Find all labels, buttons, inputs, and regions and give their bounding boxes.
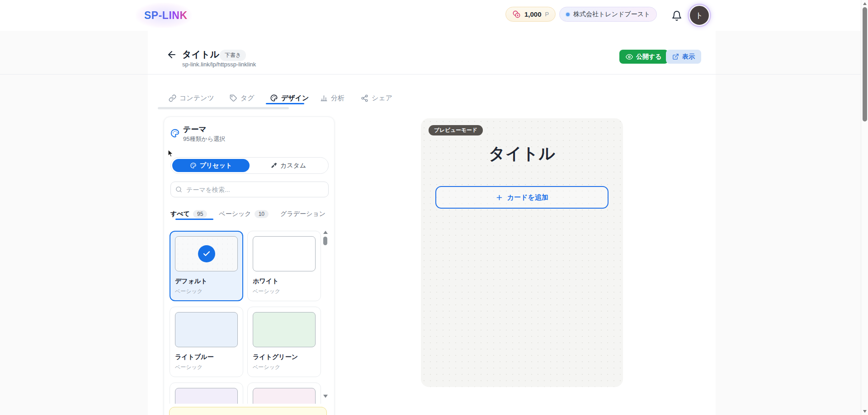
notifications-bell-icon[interactable]: [671, 10, 682, 21]
tab-design[interactable]: デザイン: [270, 92, 309, 104]
theme-swatch: [253, 236, 316, 271]
theme-name: デフォルト: [175, 277, 238, 285]
theme-mode-segmented-control: プリセット カスタム: [170, 157, 329, 174]
points-badge[interactable]: 1,000 P: [505, 7, 556, 22]
page-scrollbar[interactable]: [861, 0, 868, 415]
filter-all-count: 95: [193, 210, 207, 218]
palette-icon: [270, 94, 278, 102]
top-header: SP-LINK 1,000 P 株式会社トレンドブースト ト: [0, 0, 868, 31]
selected-check-icon: [198, 245, 215, 262]
segment-preset-label: プリセット: [200, 162, 232, 170]
bar-chart-icon: [320, 94, 328, 102]
theme-name: ライトブルー: [175, 353, 238, 361]
scrollbar-down-arrow[interactable]: [863, 410, 867, 413]
filter-all-label: すべて: [170, 210, 190, 218]
theme-category: ベーシック: [253, 288, 316, 295]
theme-search-input[interactable]: [170, 182, 329, 197]
external-link-icon: [672, 53, 679, 60]
theme-swatch: [175, 312, 238, 347]
view-button[interactable]: 表示: [666, 50, 701, 64]
scrollbar-thumb[interactable]: [863, 7, 867, 121]
preview-page-title: タイトル: [421, 143, 623, 165]
company-status-dot: [566, 13, 570, 16]
theme-grid-scroll-down-arrow[interactable]: [323, 395, 328, 399]
preview-panel: プレビューモード タイトル カードを追加: [421, 118, 623, 387]
theme-card-white[interactable]: ホワイト ベーシック: [247, 231, 321, 301]
theme-category: ベーシック: [175, 364, 238, 371]
theme-card[interactable]: [247, 382, 321, 404]
filter-all[interactable]: すべて 95: [170, 210, 207, 218]
tabs-horizontal-scrollbar[interactable]: [158, 107, 289, 109]
theme-grid-scroll-up-arrow[interactable]: [323, 231, 328, 235]
theme-search: [170, 182, 329, 197]
theme-category: ベーシック: [175, 288, 238, 295]
theme-swatch: [253, 312, 316, 347]
notice-box: [169, 407, 327, 415]
page-title: タイトル: [182, 48, 219, 61]
filter-basic-label: ベーシック: [219, 210, 251, 218]
title-section-divider: [0, 74, 861, 75]
app-logo[interactable]: SP-LINK: [144, 9, 188, 22]
theme-swatch: [175, 388, 238, 404]
app-window: SP-LINK 1,000 P 株式会社トレンドブースト ト: [0, 0, 868, 415]
back-arrow-icon[interactable]: [166, 49, 177, 60]
publish-button-label: 公開する: [636, 53, 662, 61]
theme-panel-subtitle: 95種類から選択: [183, 135, 225, 143]
palette-icon: [190, 162, 197, 169]
tab-contents-label: コンテンツ: [179, 94, 214, 103]
tab-analytics-label: 分析: [331, 94, 344, 103]
filter-basic[interactable]: ベーシック 10: [219, 210, 269, 218]
theme-swatch: [175, 236, 238, 271]
filter-gradient[interactable]: グラデーション: [280, 210, 326, 218]
company-name: 株式会社トレンドブースト: [573, 10, 650, 19]
draft-status-badge: 下書き: [220, 50, 246, 61]
preview-mode-badge: プレビューモード: [429, 125, 483, 135]
coins-icon: [512, 10, 521, 19]
tab-tags[interactable]: タグ: [230, 92, 255, 104]
tab-design-label: デザイン: [281, 94, 309, 103]
tab-tags-label: タグ: [241, 94, 255, 103]
theme-card-lightgreen[interactable]: ライトグリーン ベーシック: [247, 307, 321, 377]
active-filter-underline: [175, 219, 213, 220]
theme-grid: デフォルト ベーシック ホワイト ベーシック ライトブルー ベーシック ライトグ…: [170, 230, 322, 404]
theme-name: ホワイト: [253, 277, 316, 285]
theme-card-lightblue[interactable]: ライトブルー ベーシック: [170, 307, 243, 377]
publish-button[interactable]: 公開する: [619, 50, 668, 64]
tab-analytics[interactable]: 分析: [320, 92, 344, 104]
add-card-button[interactable]: カードを追加: [435, 186, 609, 209]
theme-name: ライトグリーン: [253, 353, 316, 361]
theme-panel: テーマ 95種類から選択 プリセット カス: [164, 117, 335, 415]
theme-card[interactable]: [170, 382, 243, 404]
active-tab-underline: [266, 103, 304, 104]
share-icon: [361, 94, 368, 102]
company-badge[interactable]: 株式会社トレンドブースト: [559, 7, 657, 22]
view-button-label: 表示: [682, 53, 695, 61]
link-icon: [169, 94, 176, 102]
tag-icon: [230, 94, 237, 102]
avatar-initial: ト: [695, 10, 703, 21]
segment-preset[interactable]: プリセット: [172, 159, 250, 172]
eyedropper-icon: [270, 162, 277, 169]
page-url: sp-link.link/lp/httpssp-linklink: [182, 61, 256, 68]
add-card-button-label: カードを追加: [507, 193, 548, 202]
points-value: 1,000: [524, 10, 542, 18]
plus-icon: [495, 194, 503, 201]
tab-share[interactable]: シェア: [361, 92, 392, 104]
palette-icon: [170, 128, 180, 138]
theme-grid-scrollbar-thumb[interactable]: [323, 237, 327, 245]
theme-card-default[interactable]: デフォルト ベーシック: [170, 231, 243, 301]
tab-contents[interactable]: コンテンツ: [169, 92, 214, 104]
eye-icon: [626, 53, 633, 61]
theme-panel-title: テーマ: [183, 124, 207, 135]
scrollbar-up-arrow[interactable]: [863, 2, 867, 5]
filter-basic-count: 10: [255, 210, 269, 218]
segment-custom-label: カスタム: [280, 162, 306, 170]
user-avatar[interactable]: ト: [689, 5, 710, 26]
filter-gradient-label: グラデーション: [280, 210, 326, 218]
points-unit: P: [545, 11, 549, 18]
theme-swatch: [253, 388, 316, 404]
theme-category: ベーシック: [253, 364, 316, 371]
search-icon: [175, 186, 182, 193]
segment-custom[interactable]: カスタム: [250, 159, 327, 172]
tab-share-label: シェア: [372, 94, 392, 103]
